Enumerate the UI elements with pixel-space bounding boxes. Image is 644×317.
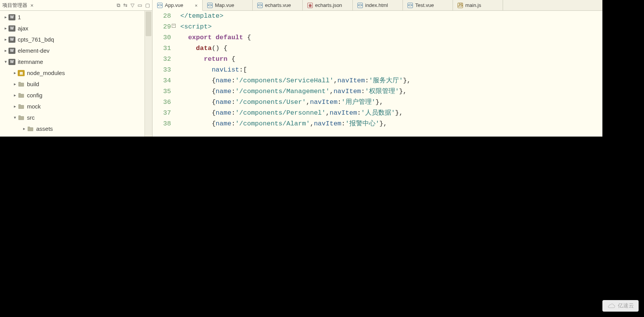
tab-label: main.js [465,2,481,8]
chevron-right-icon[interactable] [3,26,8,31]
tree-item-node_modules[interactable]: ▤node_modules [0,67,144,78]
code-line[interactable]: {name:'/components/Alarm',navItem:'报警中心'… [180,118,602,129]
link-editor-icon[interactable]: ⇆ [123,2,127,8]
chevron-right-icon[interactable] [3,15,8,20]
collapse-all-icon[interactable]: ⧉ [117,2,120,8]
scrollbar-thumb[interactable] [146,12,151,36]
project-explorer-panel: 项目管理器 ✕ ⧉ ⇆ ▽ ▭ ▢ W1WajaxWcpts_761_bdqWe… [0,0,153,137]
line-number: 32 [153,54,171,65]
watermark-text: 亿速云 [618,302,634,309]
tab-echarts-json[interactable]: ◉echarts.json [303,0,353,10]
tab-main-js[interactable]: JSmain.js [453,0,503,10]
tab-label: Test.vue [415,2,434,8]
line-number: 37 [153,108,171,118]
tab-label: index.html [365,2,388,8]
chevron-right-icon[interactable] [12,93,18,98]
tree-item-element-dev[interactable]: Welement-dev [0,45,144,56]
tree-item-mock[interactable]: mock [0,101,144,112]
code-line[interactable]: {name:'/components/Personnel',navItem:'人… [180,108,602,118]
tree-item-ajax[interactable]: Wajax [0,23,144,34]
tree-item-label: build [27,81,39,87]
folder-icon [27,126,34,132]
tree-item-itemname[interactable]: Witemname [0,56,144,67]
code-line[interactable]: return { [180,54,602,65]
line-number: 34 [153,75,171,86]
tree-item-label: element-dev [18,47,50,54]
editor-area: <>App.vue✕<>Map.vue<>echarts.vue◉echarts… [153,0,602,137]
chevron-down-icon[interactable] [3,59,8,64]
line-number: 31 [153,43,171,54]
js-file-icon: JS [458,3,463,8]
code-line[interactable]: {name:'/components/User',navItem:'用户管理'}… [180,97,602,108]
chevron-right-icon[interactable] [3,48,8,53]
close-icon[interactable]: ✕ [30,2,34,8]
vue-file-icon: <> [357,3,363,8]
project-tree[interactable]: W1WajaxWcpts_761_bdqWelement-devWitemnam… [0,11,144,137]
code-view[interactable]: 2829−303132333435363738 </template><scri… [153,11,602,137]
tree-item-label: node_modules [27,70,65,76]
json-file-icon: ◉ [307,3,313,8]
tree-item-label: ajax [18,25,29,32]
tree-item-assets[interactable]: assets [0,123,144,134]
folder-icon [18,115,25,121]
tree-item-label: itemname [18,58,43,65]
chevron-right-icon[interactable] [12,104,18,109]
tree-item-1[interactable]: W1 [0,12,144,23]
editor-tabs: <>App.vue✕<>Map.vue<>echarts.vue◉echarts… [153,0,602,11]
folder-icon [18,81,25,87]
tree-item-label: 1 [18,14,21,20]
tab-App-vue[interactable]: <>App.vue✕ [153,0,203,11]
tab-label: Map.vue [215,2,234,8]
tree-scrollbar[interactable] [144,11,152,137]
line-number: 30 [153,32,171,43]
project-icon: W [8,37,15,43]
vue-file-icon: <> [408,3,413,8]
tree-item-label: mock [27,103,41,110]
explorer-header: 项目管理器 ✕ ⧉ ⇆ ▽ ▭ ▢ [0,0,152,11]
line-number: 35 [153,86,171,97]
vue-file-icon: <> [157,3,163,8]
code-line[interactable]: </template> [180,11,602,22]
chevron-down-icon[interactable] [12,115,18,120]
chevron-right-icon[interactable] [22,126,27,131]
tree-item-label: cpts_761_bdq [18,36,54,43]
code-line[interactable]: {name:'/components/Management',navItem:'… [180,86,602,97]
vue-file-icon: <> [207,3,213,8]
code-line[interactable]: export default { [180,32,602,43]
tree-item-build[interactable]: build [0,78,144,90]
watermark: 亿速云 [602,300,639,312]
line-number: 36 [153,97,171,108]
code-line[interactable]: <script> [180,22,602,32]
code-line[interactable]: navList:[ [180,65,602,75]
close-tab-icon[interactable]: ✕ [195,3,198,8]
chevron-right-icon[interactable] [3,37,8,42]
tab-Test-vue[interactable]: <>Test.vue [403,0,453,10]
folder-icon [18,103,25,110]
project-icon: W [8,14,15,20]
maximize-icon[interactable]: ▢ [145,2,150,8]
tree-item-cpts_761_bdq[interactable]: Wcpts_761_bdq [0,34,144,45]
tab-index-html[interactable]: <>index.html [353,0,403,10]
code-content[interactable]: </template><script> export default { dat… [174,11,602,137]
tab-label: App.vue [165,2,183,8]
minimize-icon[interactable]: ▭ [138,2,142,8]
project-icon: W [8,25,15,32]
line-number: 28 [153,11,171,22]
ide-container: 项目管理器 ✕ ⧉ ⇆ ▽ ▭ ▢ W1WajaxWcpts_761_bdqWe… [0,0,602,137]
project-icon: W [8,59,15,65]
chevron-right-icon[interactable] [12,70,18,75]
code-line[interactable]: data() { [180,43,602,54]
line-number: 29− [153,22,171,32]
tree-item-src[interactable]: src [0,112,144,123]
view-menu-icon[interactable]: ▽ [131,2,134,8]
line-number: 33 [153,65,171,75]
explorer-title: 项目管理器 [2,2,27,9]
tab-echarts-vue[interactable]: <>echarts.vue [253,0,303,10]
chevron-right-icon[interactable] [12,82,18,87]
tree-item-config[interactable]: config [0,90,144,101]
fold-collapse-icon[interactable]: − [172,24,176,28]
code-line[interactable]: {name:'/components/ServiceHall',navItem:… [180,75,602,86]
tab-Map-vue[interactable]: <>Map.vue [203,0,253,10]
tree-item-label: config [27,92,42,98]
project-icon: W [8,48,15,54]
